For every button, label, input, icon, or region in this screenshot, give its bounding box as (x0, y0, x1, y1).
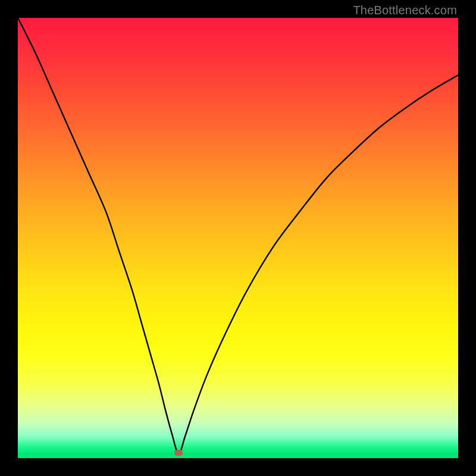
bottleneck-curve-line (18, 18, 458, 454)
watermark-text: TheBottleneck.com (353, 4, 457, 17)
chart-plot-area (18, 18, 458, 458)
chart-curve-layer (18, 18, 458, 458)
chart-marker-point (174, 450, 183, 456)
